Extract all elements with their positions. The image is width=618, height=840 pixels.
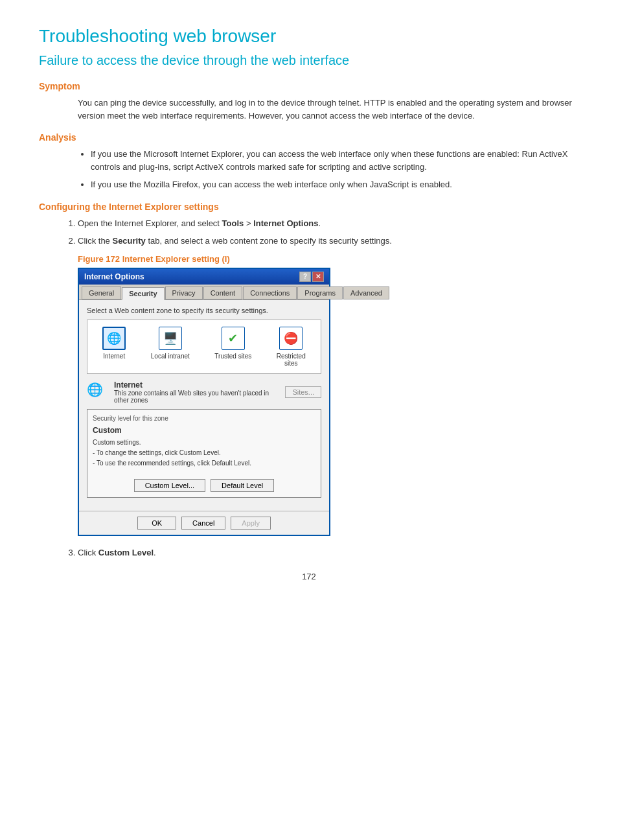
zone-trusted-sites[interactable]: ✔ Trusted sites xyxy=(214,327,251,367)
dialog-action-buttons: OK Cancel Apply xyxy=(79,511,329,535)
zone-intranet-label: Local intranet xyxy=(151,353,190,360)
figure-label: Figure 172 Internet Explorer setting (I) xyxy=(78,254,579,264)
analysis-list: If you use the Microsoft Internet Explor… xyxy=(91,148,579,191)
zone-restricted-icon: ⛔ xyxy=(279,327,303,350)
analysis-heading: Analysis xyxy=(39,132,579,143)
ok-button[interactable]: OK xyxy=(137,517,176,530)
zone-trusted-icon: ✔ xyxy=(222,327,245,350)
zone-internet[interactable]: 🌐 Internet xyxy=(102,327,126,367)
sites-button[interactable]: Sites... xyxy=(285,386,321,398)
page-title: Troubleshooting web browser xyxy=(39,26,579,47)
zone-info-name: Internet xyxy=(114,380,279,390)
custom-level-button[interactable]: Custom Level... xyxy=(134,479,205,492)
globe-icon: 🌐 xyxy=(107,331,121,345)
zone-internet-icon: 🌐 xyxy=(102,327,126,350)
dialog-content: Select a Web content zone to specify its… xyxy=(79,300,329,511)
zone-info-text: Internet This zone contains all Web site… xyxy=(114,380,279,404)
analysis-item-2: If you use the Mozilla Firefox, you can … xyxy=(91,178,579,191)
computer-icon: 🖥️ xyxy=(163,331,177,345)
security-group-label: Security level for this zone xyxy=(93,415,315,422)
config-heading: Configuring the Internet Explorer settin… xyxy=(39,202,579,212)
dialog-title: Internet Options xyxy=(84,272,144,281)
zone-trusted-label: Trusted sites xyxy=(214,353,251,360)
tab-programs[interactable]: Programs xyxy=(297,286,343,299)
default-level-button[interactable]: Default Level xyxy=(211,479,274,492)
step-2: Click the Security tab, and select a web… xyxy=(78,235,579,248)
step-3: Click Custom Level. xyxy=(78,546,579,559)
step3-list: Click Custom Level. xyxy=(78,546,579,559)
zone-info-icon: 🌐 xyxy=(87,382,108,402)
custom-desc: Custom settings. - To change the setting… xyxy=(93,438,315,469)
page-number: 172 xyxy=(39,572,579,581)
symptom-heading: Symptom xyxy=(39,81,579,91)
zone-internet-label: Internet xyxy=(103,353,125,360)
tab-connections[interactable]: Connections xyxy=(243,286,297,299)
internet-options-dialog: Internet Options ? ✕ General Security Pr… xyxy=(78,268,330,536)
custom-desc-line-2: - To change the settings, click Custom L… xyxy=(93,448,315,458)
steps-list: Open the Internet Explorer, and select T… xyxy=(78,217,579,248)
step-1: Open the Internet Explorer, and select T… xyxy=(78,217,579,230)
dialog-tabs: General Security Privacy Content Connect… xyxy=(79,285,329,300)
zone-info-row: 🌐 Internet This zone contains all Web si… xyxy=(87,380,321,404)
symptom-text: You can ping the device successfully, an… xyxy=(78,97,579,122)
analysis-item-1: If you use the Microsoft Internet Explor… xyxy=(91,148,579,173)
tab-general[interactable]: General xyxy=(82,286,121,299)
help-button[interactable]: ? xyxy=(299,272,311,282)
zone-info-desc: This zone contains all Web sites you hav… xyxy=(114,390,279,404)
zone-instruction: Select a Web content zone to specify its… xyxy=(87,307,321,314)
zone-restricted-label: Restrictedsites xyxy=(277,353,306,367)
security-level-group: Security level for this zone Custom Cust… xyxy=(87,409,321,498)
tab-privacy[interactable]: Privacy xyxy=(165,286,203,299)
cancel-button[interactable]: Cancel xyxy=(181,517,225,530)
zone-local-intranet[interactable]: 🖥️ Local intranet xyxy=(151,327,190,367)
custom-desc-line-3: - To use the recommended settings, click… xyxy=(93,458,315,469)
zone-intranet-icon: 🖥️ xyxy=(159,327,182,350)
tab-advanced[interactable]: Advanced xyxy=(343,286,389,299)
custom-desc-line-1: Custom settings. xyxy=(93,438,315,448)
dialog-titlebar: Internet Options ? ✕ xyxy=(79,269,329,285)
apply-button[interactable]: Apply xyxy=(231,517,271,530)
custom-level-label: Custom xyxy=(93,426,315,435)
level-buttons: Custom Level... Default Level xyxy=(93,479,315,492)
zone-icons-container: 🌐 Internet 🖥️ Local intranet ✔ Trusted s… xyxy=(87,320,321,374)
tab-content[interactable]: Content xyxy=(203,286,243,299)
close-button[interactable]: ✕ xyxy=(312,272,324,282)
titlebar-buttons: ? ✕ xyxy=(299,272,324,282)
zone-restricted-sites[interactable]: ⛔ Restrictedsites xyxy=(277,327,306,367)
block-icon: ⛔ xyxy=(284,331,298,345)
tab-security[interactable]: Security xyxy=(122,287,164,300)
checkmark-icon: ✔ xyxy=(228,331,238,345)
page-subtitle: Failure to access the device through the… xyxy=(39,53,579,68)
